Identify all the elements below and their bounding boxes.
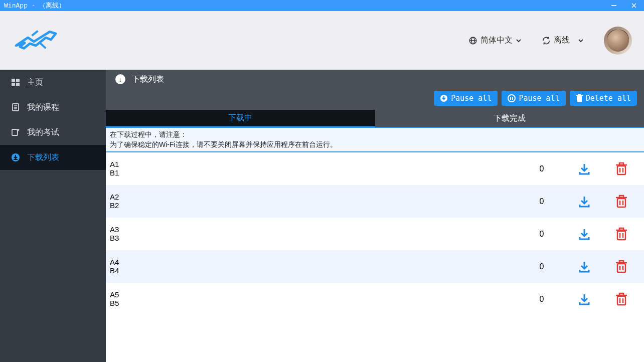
svg-rect-23 bbox=[578, 94, 581, 95]
trash-icon bbox=[615, 260, 628, 274]
svg-rect-9 bbox=[16, 83, 20, 86]
svg-rect-8 bbox=[12, 83, 15, 86]
download-button[interactable] bbox=[577, 161, 592, 176]
tab-label: 下载中 bbox=[228, 113, 252, 123]
svg-rect-24 bbox=[617, 166, 625, 174]
svg-rect-21 bbox=[577, 96, 582, 102]
tab-downloading[interactable]: 下载中 bbox=[106, 110, 375, 127]
sidebar-item-label: 我的课程 bbox=[27, 102, 59, 113]
globe-icon bbox=[468, 36, 477, 45]
download-icon bbox=[577, 162, 591, 176]
delete-button[interactable] bbox=[614, 194, 629, 209]
sidebar-item-courses[interactable]: 我的课程 bbox=[0, 95, 106, 120]
sidebar: 主页 我的课程 我的考试 下载列表 bbox=[0, 70, 106, 362]
svg-rect-39 bbox=[617, 264, 625, 272]
app-header: 简体中文 离线 bbox=[0, 11, 644, 70]
download-button[interactable] bbox=[577, 259, 592, 274]
close-button[interactable] bbox=[624, 0, 644, 11]
download-button[interactable] bbox=[577, 227, 592, 242]
download-icon bbox=[577, 292, 591, 306]
download-icon bbox=[577, 227, 591, 241]
app-logo bbox=[12, 23, 60, 58]
download-notice: 在下载过程中，请注意： 为了确保稳定的Wi-Fi连接，请不要关闭屏幕并保持应用程… bbox=[106, 127, 644, 152]
tab-label: 下载完成 bbox=[494, 113, 526, 124]
download-icon bbox=[577, 260, 591, 274]
button-label: Pause all bbox=[451, 94, 492, 103]
delete-button[interactable] bbox=[614, 259, 629, 274]
download-item-name: A5 B5 bbox=[110, 291, 527, 307]
window-controls bbox=[604, 0, 644, 11]
svg-rect-6 bbox=[12, 79, 15, 82]
tab-completed[interactable]: 下载完成 bbox=[375, 110, 645, 127]
download-count: 0 bbox=[527, 230, 557, 239]
window-titlebar: WinApp - （离线） bbox=[0, 0, 644, 11]
sidebar-item-label: 主页 bbox=[27, 77, 43, 88]
download-row: A1 B1 0 bbox=[106, 152, 644, 185]
download-row: A4 B4 0 bbox=[106, 250, 644, 283]
svg-rect-7 bbox=[16, 79, 20, 82]
download-row: A5 B5 0 bbox=[106, 283, 644, 315]
download-list: A1 B1 0 A2 B2 0 bbox=[106, 152, 644, 362]
toolbar: Pause all Pause all Delete all bbox=[106, 89, 644, 110]
download-row: A2 B2 0 bbox=[106, 185, 644, 218]
delete-button[interactable] bbox=[614, 227, 629, 242]
tabs: 下载中 下载完成 bbox=[106, 110, 644, 127]
button-label: Delete all bbox=[586, 94, 631, 103]
refresh-icon bbox=[542, 36, 551, 45]
user-avatar[interactable] bbox=[604, 27, 632, 55]
sidebar-item-exams[interactable]: 我的考试 bbox=[0, 120, 106, 145]
download-circle-icon bbox=[11, 153, 20, 162]
svg-rect-44 bbox=[617, 296, 625, 305]
delete-button[interactable] bbox=[614, 161, 629, 176]
chevron-down-icon bbox=[516, 38, 522, 44]
svg-rect-29 bbox=[617, 199, 625, 207]
trash-icon bbox=[615, 162, 628, 176]
notice-line-1: 在下载过程中，请注意： bbox=[110, 130, 640, 140]
windows-icon bbox=[11, 78, 20, 87]
connection-label: 离线 bbox=[554, 35, 570, 46]
notice-line-2: 为了确保稳定的Wi-Fi连接，请不要关闭屏幕并保持应用程序在前台运行。 bbox=[110, 140, 640, 150]
airplane-icon bbox=[12, 23, 60, 56]
svg-rect-36 bbox=[619, 228, 623, 230]
download-item-name: A4 B4 bbox=[110, 258, 527, 275]
edit-icon bbox=[11, 128, 20, 137]
download-item-name: A3 B3 bbox=[110, 226, 527, 242]
minimize-button[interactable] bbox=[604, 0, 624, 11]
svg-rect-26 bbox=[619, 163, 623, 165]
chevron-down-icon bbox=[578, 38, 584, 44]
sidebar-item-label: 下载列表 bbox=[27, 152, 59, 163]
sidebar-item-home[interactable]: 主页 bbox=[0, 70, 106, 95]
download-row: A3 B3 0 bbox=[106, 218, 644, 250]
svg-rect-31 bbox=[619, 196, 623, 198]
download-count: 0 bbox=[527, 295, 557, 304]
delete-all-button[interactable]: Delete all bbox=[570, 91, 637, 106]
svg-rect-34 bbox=[617, 231, 625, 240]
button-label: Pause all bbox=[519, 94, 559, 103]
download-button[interactable] bbox=[577, 292, 592, 307]
download-item-name: A2 B2 bbox=[110, 193, 527, 210]
main-content: ↓ 下载列表 Pause all Pause all Delete all 下载… bbox=[106, 70, 644, 362]
pause-all-button[interactable]: Pause all bbox=[502, 91, 565, 106]
pause-icon bbox=[508, 94, 516, 102]
download-count: 0 bbox=[527, 262, 557, 271]
connection-dropdown[interactable]: 离线 bbox=[542, 35, 584, 46]
book-icon bbox=[11, 103, 20, 112]
svg-rect-22 bbox=[576, 95, 583, 96]
download-count: 0 bbox=[527, 164, 557, 173]
trash-icon bbox=[615, 195, 628, 209]
svg-rect-46 bbox=[619, 293, 623, 295]
delete-button[interactable] bbox=[614, 292, 629, 307]
language-label: 简体中文 bbox=[480, 35, 513, 46]
download-button[interactable] bbox=[577, 194, 592, 209]
window-title: WinApp - （离线） bbox=[4, 1, 65, 10]
download-arrow-icon bbox=[440, 94, 448, 102]
download-count: 0 bbox=[527, 197, 557, 206]
trash-icon bbox=[576, 94, 583, 102]
download-circle-icon: ↓ bbox=[115, 74, 126, 85]
download-item-name: A1 B1 bbox=[110, 160, 527, 177]
trash-icon bbox=[615, 292, 628, 306]
sidebar-item-downloads[interactable]: 下载列表 bbox=[0, 145, 106, 170]
language-dropdown[interactable]: 简体中文 bbox=[468, 35, 522, 46]
page-header: ↓ 下载列表 bbox=[106, 70, 644, 89]
pause-all-download-button[interactable]: Pause all bbox=[434, 91, 498, 106]
